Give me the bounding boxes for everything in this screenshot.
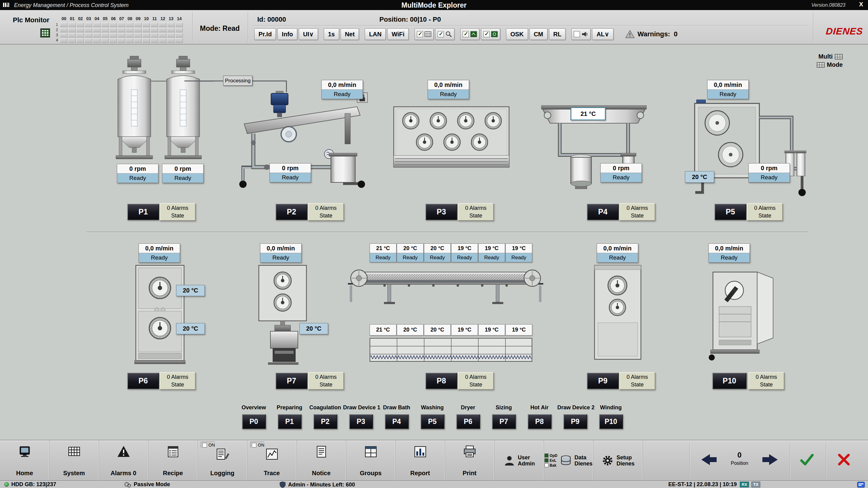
plc-cell: [159, 38, 166, 43]
osk-button[interactable]: OSK: [506, 28, 528, 40]
notice-button[interactable]: Notice: [297, 441, 346, 480]
state-label: State: [319, 381, 332, 389]
p6-alarms-state[interactable]: 0 Alarms State: [160, 372, 196, 390]
alarms-count: 0 Alarms: [756, 373, 777, 381]
rx-indicator: RX: [740, 482, 749, 487]
plc-cell: [93, 23, 100, 27]
nav-section-button[interactable]: P7: [492, 414, 516, 429]
station-button-p9[interactable]: P9: [587, 373, 619, 389]
alarms-button[interactable]: Alarms 0: [99, 441, 148, 480]
nav-section-label: Overview: [236, 404, 272, 412]
trace-button[interactable]: ON Trace: [247, 441, 297, 480]
p3-alarms-state[interactable]: 0 Alarms State: [458, 203, 494, 221]
ui-dropdown-button[interactable]: UI∨: [299, 28, 318, 40]
nav-section-button[interactable]: P2: [313, 414, 337, 429]
p4-alarms-state[interactable]: 0 Alarms State: [619, 203, 655, 221]
system-button[interactable]: System: [50, 441, 99, 480]
station-button-p8[interactable]: P8: [426, 373, 457, 389]
status-value: 0,0 m/min: [428, 80, 469, 90]
plc-cell: [151, 28, 158, 32]
station-button-p3[interactable]: P3: [426, 204, 457, 220]
nav-section-button[interactable]: P3: [349, 414, 373, 429]
position-label: Position: [729, 460, 750, 466]
alarm-icon: [117, 445, 130, 458]
position-display: 0 Position: [729, 451, 750, 466]
p8-alarms-state[interactable]: 0 Alarms State: [458, 372, 494, 390]
logging-on-checkbox[interactable]: ON: [201, 442, 215, 448]
status-state: Ready: [708, 90, 748, 99]
trace-on-checkbox[interactable]: ON: [250, 442, 264, 448]
station-button-p1[interactable]: P1: [127, 204, 159, 220]
interval-button[interactable]: 1s: [324, 28, 339, 40]
database-icon: [560, 454, 572, 467]
p5-alarms-state[interactable]: 0 Alarms State: [747, 203, 783, 221]
p10-winder-graphic: [708, 268, 777, 361]
nav-section-button[interactable]: P4: [385, 414, 409, 429]
alarms-count: 0 Alarms: [465, 204, 487, 212]
plc-monitor-label: Plc Monitor: [13, 16, 50, 24]
cm-button[interactable]: CM: [530, 28, 548, 40]
close-button[interactable]: X: [859, 1, 863, 8]
p1-agitator2-status: 0 rpm Ready: [162, 164, 204, 183]
p10-alarms-state[interactable]: 0 Alarms State: [748, 372, 784, 390]
p1-alarms-state[interactable]: 0 Alarms State: [160, 203, 196, 221]
nav-section-button[interactable]: P9: [563, 414, 587, 429]
status-state: Ready: [117, 173, 158, 183]
data-dienes-button[interactable]: OpD EvL Bak Data Dienes: [544, 441, 593, 480]
net-button[interactable]: Net: [341, 28, 359, 40]
station-button-p7[interactable]: P7: [276, 373, 307, 389]
groups-button[interactable]: Groups: [346, 441, 396, 480]
station-button-p6[interactable]: P6: [127, 373, 159, 389]
station-button-p10[interactable]: P10: [712, 373, 747, 389]
p2-alarms-state[interactable]: 0 Alarms State: [308, 203, 344, 221]
p7-temperature: 20 °C: [300, 323, 328, 334]
p9-alarms-state[interactable]: 0 Alarms State: [619, 372, 655, 390]
grid-view-toggle[interactable]: [414, 28, 434, 40]
prid-button[interactable]: Pr.Id: [254, 28, 276, 40]
logging-button[interactable]: ON Logging: [198, 441, 247, 480]
nav-section-button[interactable]: P0: [242, 414, 266, 429]
zone-temp: 20 °C: [424, 324, 451, 335]
option-label: EvL: [550, 458, 556, 463]
marker-toggle-1[interactable]: [460, 28, 479, 40]
plc-cell: [118, 23, 125, 27]
p7-alarms-state[interactable]: 0 Alarms State: [308, 372, 344, 390]
print-button[interactable]: Print: [445, 441, 494, 480]
position-next-button[interactable]: [761, 453, 780, 467]
report-button[interactable]: Report: [396, 441, 445, 480]
checkbox-checked-icon: [417, 31, 423, 37]
rl-button[interactable]: RL: [549, 28, 566, 40]
confirm-button[interactable]: [799, 453, 815, 467]
nav-section-button[interactable]: P6: [456, 414, 480, 429]
plc-cell: [118, 28, 125, 32]
cancel-button[interactable]: [837, 453, 851, 467]
setup-dienes-button[interactable]: Setup Dienes: [593, 441, 643, 480]
plc-column-label: 02: [76, 16, 85, 21]
nav-section-button[interactable]: P1: [278, 414, 302, 429]
nav-section-button[interactable]: P8: [528, 414, 552, 429]
status-value: 0,0 m/min: [139, 244, 180, 253]
home-button[interactable]: Home: [0, 441, 50, 480]
row-divider: [86, 232, 808, 232]
station-button-p5[interactable]: P5: [714, 204, 746, 220]
position-prev-button[interactable]: [699, 453, 718, 467]
nav-section-button[interactable]: P5: [421, 414, 444, 429]
zoom-toggle[interactable]: [435, 28, 455, 40]
plc-cell: [118, 33, 125, 37]
p5-washing-graphic: [690, 99, 810, 200]
wifi-button[interactable]: WiFi: [387, 28, 409, 40]
al-dropdown-button[interactable]: AL∨: [592, 28, 613, 40]
data-option-checkboxes[interactable]: OpD EvL Bak: [545, 454, 557, 467]
marker-toggle-2[interactable]: [481, 28, 500, 40]
lan-button[interactable]: LAN: [365, 28, 386, 40]
audio-toggle[interactable]: [571, 28, 591, 40]
nav-section-button[interactable]: P10: [599, 414, 623, 429]
info-button[interactable]: Info: [277, 28, 297, 40]
recipe-button[interactable]: Recipe: [148, 441, 198, 480]
user-admin-button[interactable]: User Admin: [494, 441, 544, 480]
station-button-p2[interactable]: P2: [276, 204, 307, 220]
checkbox-checked-icon: [545, 458, 549, 462]
station-button-p4[interactable]: P4: [587, 204, 619, 220]
status-state: Ready: [452, 253, 478, 262]
table-icon: [425, 31, 431, 37]
